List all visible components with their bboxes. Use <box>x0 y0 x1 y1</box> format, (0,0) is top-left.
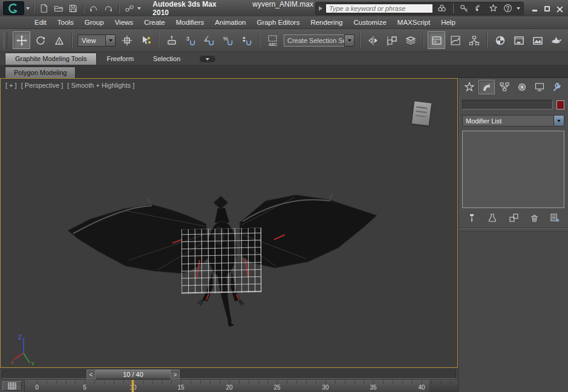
tab-modify[interactable] <box>478 80 495 94</box>
tab-motion[interactable] <box>514 80 530 94</box>
ribbon-minimize-toggle[interactable] <box>200 56 215 62</box>
named-selection-sets-dropdown-arrow[interactable] <box>344 34 354 47</box>
communication-center-button[interactable] <box>473 3 485 14</box>
viewport-shading-menu[interactable]: [ Smooth + Highlights ] <box>67 82 134 89</box>
application-menu-button[interactable] <box>3 1 24 15</box>
object-color-swatch[interactable] <box>557 100 564 109</box>
snaps-toggle-3d-button[interactable]: 3 <box>181 31 199 49</box>
mirror-icon <box>368 35 379 46</box>
make-unique-button[interactable] <box>506 212 521 223</box>
material-editor-button[interactable] <box>491 31 509 49</box>
remove-modifier-button[interactable] <box>527 212 541 223</box>
pin-stack-button[interactable] <box>465 212 479 223</box>
reference-coordinate-value[interactable]: View <box>77 34 105 47</box>
modifier-list-value[interactable]: Modifier List <box>463 117 553 125</box>
named-selection-sets-value[interactable]: Create Selection Se <box>284 34 344 47</box>
toolbar-grip[interactable] <box>4 32 7 49</box>
menu-create[interactable]: Create <box>139 17 171 28</box>
select-and-move-button[interactable] <box>13 31 30 49</box>
current-frame-display[interactable]: 10 / 40 <box>96 370 171 379</box>
menu-graph-editors[interactable]: Graph Editors <box>251 17 305 28</box>
tab-utilities[interactable] <box>549 80 565 94</box>
mirror-button[interactable] <box>364 31 382 49</box>
infocenter-search-input[interactable] <box>325 4 433 13</box>
previous-frame-button[interactable]: < <box>87 370 96 379</box>
wyvern-model[interactable] <box>1 79 457 367</box>
menu-edit[interactable]: Edit <box>29 17 52 28</box>
configure-modifier-sets-button[interactable] <box>547 212 562 223</box>
perspective-viewport[interactable]: [ + ] [ Perspective ] [ Smooth + Highlig… <box>0 78 458 368</box>
menu-maxscript[interactable]: MAXScript <box>392 17 436 28</box>
rollout-area <box>459 231 568 392</box>
reference-coordinate-dropdown-arrow[interactable] <box>105 34 116 47</box>
subscription-center-button[interactable] <box>459 3 470 14</box>
edit-named-selection-sets-button[interactable]: ABC <box>264 31 281 49</box>
rendered-frame-window-button[interactable] <box>529 31 546 49</box>
ribbon-tab-freeform[interactable]: Freeform <box>97 53 143 65</box>
material-sphere-icon <box>495 35 506 46</box>
minimize-button[interactable] <box>529 4 540 13</box>
maximize-button[interactable] <box>542 4 552 13</box>
open-file-button[interactable] <box>53 2 65 15</box>
infocenter-search-button[interactable] <box>436 3 448 14</box>
track-bar-ruler[interactable]: 0 5 10 15 20 25 30 35 40 <box>24 380 458 392</box>
redo-button[interactable] <box>102 2 115 15</box>
application-menu-arrow-icon[interactable] <box>26 7 30 10</box>
help-button[interactable] <box>502 3 514 14</box>
named-selection-sets-combo[interactable]: Create Selection Se <box>284 34 354 47</box>
keyboard-shortcut-override-button[interactable] <box>163 31 180 49</box>
menu-help[interactable]: Help <box>436 17 461 28</box>
open-mini-curve-editor-button[interactable] <box>2 381 22 391</box>
infocenter-collapse-arrow-icon[interactable] <box>319 6 322 11</box>
help-dropdown-arrow-icon[interactable] <box>517 7 520 10</box>
object-name-field[interactable] <box>462 100 553 109</box>
reference-coordinate-system-combo[interactable]: View <box>77 34 116 47</box>
select-and-rotate-button[interactable] <box>31 31 49 49</box>
select-and-manipulate-button[interactable] <box>137 31 154 49</box>
ribbon-panel-tab-polygon-modeling[interactable]: Polygon Modeling <box>5 67 76 79</box>
menu-group[interactable]: Group <box>79 17 109 28</box>
viewport-general-menu[interactable]: [ + ] <box>5 82 17 89</box>
select-and-scale-button[interactable] <box>50 31 68 49</box>
align-button[interactable] <box>383 31 400 49</box>
current-frame-marker[interactable] <box>131 380 134 392</box>
scene-link-button[interactable] <box>123 2 136 15</box>
curve-editor-button[interactable] <box>446 31 464 49</box>
use-pivot-point-center-button[interactable] <box>118 31 135 49</box>
next-frame-button[interactable]: > <box>171 370 180 379</box>
percent-snap-toggle-button[interactable]: % <box>219 31 237 49</box>
schematic-view-button[interactable] <box>465 31 483 49</box>
close-button[interactable] <box>555 4 565 13</box>
modifier-list-dropdown[interactable]: Modifier List <box>462 115 564 126</box>
menu-modifiers[interactable]: Modifiers <box>171 17 210 28</box>
time-slider-track[interactable] <box>2 370 456 379</box>
new-scene-button[interactable] <box>38 2 51 15</box>
manage-layers-button[interactable] <box>402 31 419 49</box>
modifier-stack-list[interactable] <box>462 131 564 208</box>
tab-create[interactable] <box>461 80 477 94</box>
render-production-button[interactable] <box>547 31 565 49</box>
modifier-list-arrow[interactable] <box>553 116 564 126</box>
pivot-point-icon <box>122 35 132 46</box>
angle-snap-toggle-button[interactable] <box>200 31 218 49</box>
time-slider-handle[interactable]: < 10 / 40 > <box>87 370 180 379</box>
show-end-result-button[interactable] <box>485 212 500 223</box>
ribbon-tab-selection[interactable]: Selection <box>143 53 190 65</box>
quick-access-customize-arrow-icon[interactable] <box>137 7 141 10</box>
menu-rendering[interactable]: Rendering <box>305 17 348 28</box>
menu-customize[interactable]: Customize <box>348 17 391 28</box>
menu-animation[interactable]: Animation <box>209 17 251 28</box>
tab-display[interactable] <box>531 80 547 94</box>
save-file-button[interactable] <box>67 2 79 15</box>
graphite-modeling-tools-toggle-button[interactable] <box>428 31 445 49</box>
tab-hierarchy[interactable] <box>496 80 512 94</box>
spinner-snap-toggle-button[interactable] <box>238 31 255 49</box>
ribbon-tab-graphite-modeling-tools[interactable]: Graphite Modeling Tools <box>5 53 97 65</box>
render-setup-button[interactable] <box>510 31 527 49</box>
viewport-pov-menu[interactable]: [ Perspective ] <box>21 82 64 89</box>
undo-button[interactable] <box>88 2 100 15</box>
menu-views[interactable]: Views <box>109 17 139 28</box>
favorites-button[interactable] <box>488 3 499 14</box>
create-tab-icon <box>464 82 475 93</box>
menu-tools[interactable]: Tools <box>52 17 79 28</box>
